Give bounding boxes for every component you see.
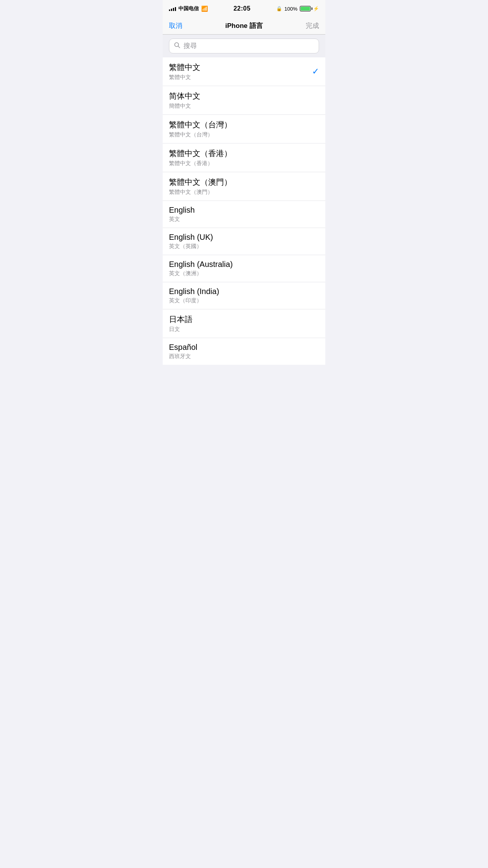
language-list-item[interactable]: 繁體中文（香港）繁體中文（香港）: [163, 143, 325, 172]
language-name: English: [169, 206, 195, 215]
language-item-text: Español西班牙文: [169, 343, 197, 360]
language-subtitle: 繁體中文（台灣）: [169, 131, 232, 138]
language-name: 繁體中文（香港）: [169, 148, 232, 159]
language-subtitle: 繁體中文（澳門）: [169, 189, 232, 196]
language-name: English (Australia): [169, 260, 233, 269]
language-item-text: English (India)英文（印度）: [169, 287, 219, 304]
battery-percent: 100%: [284, 6, 297, 12]
checkmark-icon: ✓: [312, 66, 319, 77]
language-item-text: 日本語日文: [169, 314, 193, 333]
language-name: English (India): [169, 287, 219, 296]
done-button[interactable]: 完成: [306, 21, 319, 30]
language-list-item[interactable]: English (Australia)英文（澳洲）: [163, 255, 325, 282]
search-bar: [169, 39, 319, 53]
language-name: English (UK): [169, 233, 213, 242]
language-item-text: 简体中文簡體中文: [169, 91, 200, 110]
language-name: 繁體中文（澳門）: [169, 177, 232, 188]
search-icon: [174, 42, 180, 50]
language-list-item[interactable]: 繁體中文繁體中文✓: [163, 57, 325, 86]
search-area: [163, 35, 325, 57]
language-item-text: 繁體中文（澳門）繁體中文（澳門）: [169, 177, 232, 196]
language-list-item[interactable]: 简体中文簡體中文: [163, 86, 325, 115]
search-input[interactable]: [183, 42, 314, 50]
language-item-text: 繁體中文（台灣）繁體中文（台灣）: [169, 120, 232, 138]
language-name: 日本語: [169, 314, 193, 325]
svg-line-1: [178, 46, 180, 48]
language-name: 繁體中文（台灣）: [169, 120, 232, 130]
language-list-item[interactable]: Español西班牙文: [163, 338, 325, 365]
signal-bar-4: [175, 7, 176, 11]
wifi-icon: 📶: [201, 6, 208, 12]
status-bar: 中国电信 📶 22:05 🔒 100% ⚡: [163, 0, 325, 17]
language-item-text: 繁體中文（香港）繁體中文（香港）: [169, 148, 232, 167]
carrier-name: 中国电信: [178, 5, 199, 12]
status-time: 22:05: [233, 5, 250, 12]
language-item-text: 繁體中文繁體中文: [169, 62, 200, 81]
language-list-item[interactable]: English (UK)英文（英國）: [163, 228, 325, 255]
language-list-item[interactable]: 日本語日文: [163, 309, 325, 338]
navigation-bar: 取消 iPhone 語言 完成: [163, 17, 325, 35]
language-item-text: English (Australia)英文（澳洲）: [169, 260, 233, 277]
language-item-text: English (UK)英文（英國）: [169, 233, 213, 250]
language-subtitle: 繁體中文（香港）: [169, 160, 232, 167]
signal-bars-icon: [169, 6, 176, 11]
status-bar-left: 中国电信 📶: [169, 5, 208, 12]
cancel-button[interactable]: 取消: [169, 21, 182, 30]
language-list-item[interactable]: 繁體中文（台灣）繁體中文（台灣）: [163, 115, 325, 143]
status-bar-right: 🔒 100% ⚡: [276, 6, 319, 12]
language-name: Español: [169, 343, 197, 352]
signal-bar-1: [169, 9, 170, 11]
language-list: 繁體中文繁體中文✓简体中文簡體中文繁體中文（台灣）繁體中文（台灣）繁體中文（香港…: [163, 57, 325, 365]
language-subtitle: 英文（澳洲）: [169, 270, 233, 277]
language-subtitle: 英文: [169, 216, 195, 223]
language-subtitle: 繁體中文: [169, 74, 200, 81]
language-item-text: English英文: [169, 206, 195, 223]
language-list-item[interactable]: English英文: [163, 201, 325, 228]
language-list-item[interactable]: 繁體中文（澳門）繁體中文（澳門）: [163, 172, 325, 201]
language-name: 繁體中文: [169, 62, 200, 73]
language-subtitle: 簡體中文: [169, 103, 200, 110]
language-subtitle: 西班牙文: [169, 353, 197, 360]
battery-fill: [301, 7, 310, 11]
language-subtitle: 英文（英國）: [169, 243, 213, 250]
battery-icon: [300, 6, 311, 11]
battery-body: [300, 6, 311, 11]
language-subtitle: 英文（印度）: [169, 297, 219, 304]
charging-icon: ⚡: [313, 6, 319, 11]
signal-bar-2: [171, 9, 172, 11]
language-list-item[interactable]: English (India)英文（印度）: [163, 282, 325, 309]
lock-icon: 🔒: [276, 6, 282, 11]
page-title: iPhone 語言: [225, 21, 262, 30]
language-name: 简体中文: [169, 91, 200, 101]
signal-bar-3: [173, 8, 174, 11]
language-subtitle: 日文: [169, 326, 193, 333]
